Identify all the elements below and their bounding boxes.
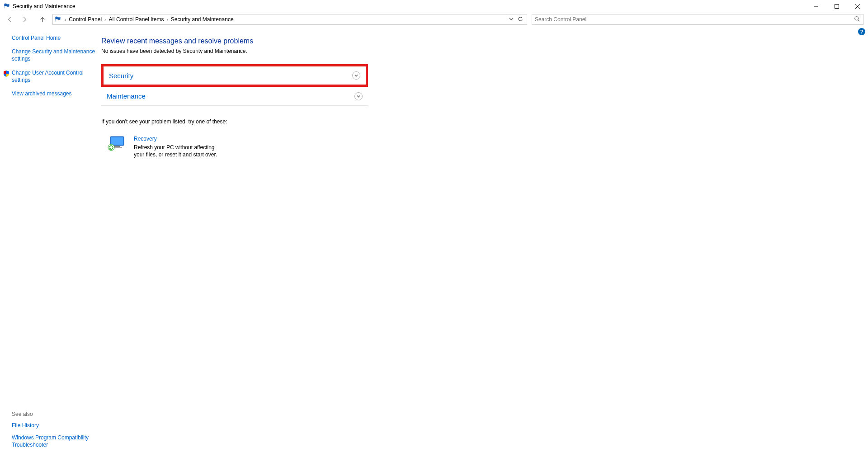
titlebar-left: Security and Maintenance <box>4 3 75 10</box>
page-subtext: No issues have been detected by Security… <box>101 48 868 54</box>
see-also-file-history[interactable]: File History <box>12 422 93 429</box>
breadcrumb-item[interactable]: Security and Maintenance <box>171 16 234 23</box>
svg-rect-8 <box>114 146 120 147</box>
recovery-desc: Refresh your PC without affecting your f… <box>134 144 220 158</box>
see-also-title: See also <box>12 411 93 417</box>
forward-button[interactable] <box>18 14 31 25</box>
search-box[interactable] <box>532 14 863 25</box>
sidebar-link-home[interactable]: Control Panel Home <box>12 34 96 42</box>
sidebar-link-uac-label: Change User Account Control settings <box>12 70 84 83</box>
back-button[interactable] <box>4 14 16 25</box>
breadcrumb-item[interactable]: Control Panel <box>69 16 102 23</box>
see-also: See also File History Windows Program Co… <box>12 411 93 453</box>
dropdown-icon[interactable] <box>509 16 514 23</box>
page-heading: Review recent messages and resolve probl… <box>101 37 868 45</box>
sidebar-link-archived[interactable]: View archived messages <box>12 90 96 97</box>
sidebar-link-uac[interactable]: Change User Account Control settings <box>12 69 96 84</box>
refresh-icon[interactable] <box>518 16 523 23</box>
content: Control Panel Home Change Security and M… <box>0 27 868 462</box>
recovery-block: Recovery Refresh your PC without affecti… <box>108 136 288 158</box>
sidebar: Control Panel Home Change Security and M… <box>0 27 99 462</box>
sidebar-link-change-settings[interactable]: Change Security and Maintenance settings <box>12 48 96 62</box>
see-also-compat[interactable]: Windows Program Compatibility Troublesho… <box>12 434 93 448</box>
flag-icon <box>55 16 62 24</box>
recovery-text: Recovery Refresh your PC without affecti… <box>134 136 220 158</box>
window-controls <box>806 0 868 13</box>
svg-rect-1 <box>835 5 839 9</box>
chevron-right-icon[interactable]: › <box>166 17 168 22</box>
main-panel: Review recent messages and resolve probl… <box>99 27 868 462</box>
minimize-button[interactable] <box>806 0 826 13</box>
close-button[interactable] <box>847 0 868 13</box>
maximize-button[interactable] <box>826 0 847 13</box>
chevron-right-icon[interactable]: › <box>104 17 106 22</box>
section-maintenance[interactable]: Maintenance <box>101 87 368 106</box>
svg-point-4 <box>855 16 859 20</box>
expand-maintenance-button[interactable] <box>354 92 363 100</box>
address-bar[interactable]: › Control Panel › All Control Panel Item… <box>52 14 527 25</box>
section-security[interactable]: Security <box>101 64 368 87</box>
nav-row: › Control Panel › All Control Panel Item… <box>0 13 868 26</box>
window-title: Security and Maintenance <box>13 3 75 9</box>
chevron-right-icon[interactable]: › <box>65 17 66 22</box>
svg-rect-7 <box>111 137 123 145</box>
search-icon[interactable] <box>854 16 860 24</box>
flag-icon <box>4 3 10 10</box>
breadcrumb-item[interactable]: All Control Panel Items <box>108 16 164 23</box>
shield-icon <box>3 70 10 79</box>
recovery-icon <box>108 136 126 153</box>
svg-line-5 <box>858 19 860 21</box>
section-security-title: Security <box>109 72 133 80</box>
section-maintenance-title: Maintenance <box>107 92 146 100</box>
titlebar: Security and Maintenance <box>0 0 868 13</box>
search-input[interactable] <box>535 16 854 23</box>
expand-security-button[interactable] <box>352 71 360 80</box>
footer-prompt: If you don't see your problem listed, tr… <box>101 118 868 125</box>
up-button[interactable] <box>36 14 49 25</box>
recovery-link[interactable]: Recovery <box>134 136 220 142</box>
